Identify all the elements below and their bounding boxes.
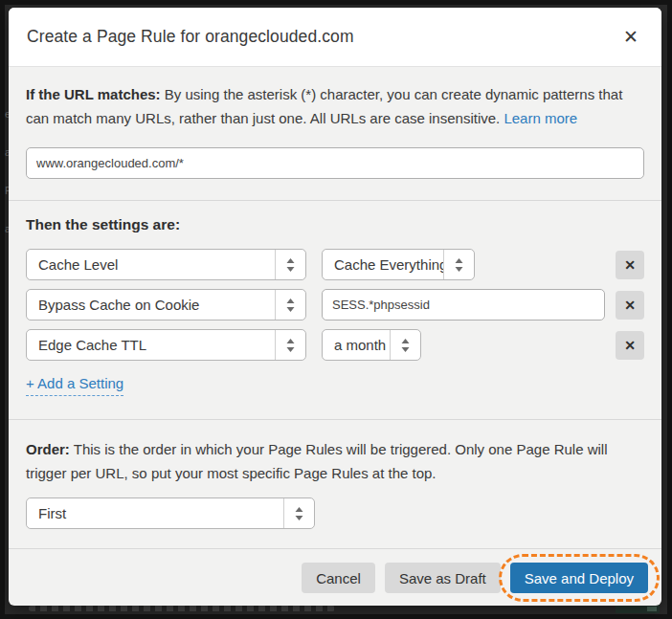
remove-setting-button[interactable]: ✕ (616, 291, 644, 320)
order-select[interactable]: First (26, 497, 315, 529)
select-spinner-icon (443, 250, 474, 279)
setting-row: Edge Cache TTL a month ✕ (26, 329, 644, 361)
add-setting-link[interactable]: + Add a Setting (26, 375, 123, 396)
setting-type-select[interactable]: Edge Cache TTL (26, 329, 306, 361)
setting-value-input[interactable] (322, 289, 605, 321)
order-label: Order: (26, 441, 70, 457)
setting-value-select[interactable]: Cache Everything (322, 249, 475, 280)
settings-section: Then the settings are: Cache Level Cache… (9, 200, 661, 419)
modal-footer: Cancel Save as Draft Save and Deploy (9, 548, 661, 606)
remove-setting-button[interactable]: ✕ (616, 331, 644, 360)
save-and-deploy-button[interactable]: Save and Deploy (510, 563, 648, 593)
close-icon[interactable]: ✕ (619, 24, 642, 50)
modal-header: Create a Page Rule for orangeclouded.com… (9, 8, 661, 67)
setting-row: Cache Level Cache Everything ✕ (26, 249, 644, 280)
select-spinner-icon (283, 498, 314, 528)
select-spinner-icon (390, 330, 420, 360)
url-match-section: If the URL matches: By using the asteris… (9, 67, 661, 200)
url-match-description: If the URL matches: By using the asteris… (26, 82, 644, 130)
setting-type-select[interactable]: Cache Level (26, 249, 306, 280)
background-blurred-text (29, 606, 335, 611)
select-spinner-icon (275, 330, 305, 360)
order-description: Order: This is the order in which your P… (26, 437, 644, 485)
setting-type-select[interactable]: Bypass Cache on Cookie (26, 289, 306, 321)
setting-value-select[interactable]: a month (322, 329, 421, 361)
cancel-button[interactable]: Cancel (302, 563, 375, 593)
url-pattern-input[interactable] (26, 147, 644, 179)
select-spinner-icon (275, 290, 305, 320)
create-page-rule-modal: Create a Page Rule for orangeclouded.com… (9, 8, 661, 606)
save-and-deploy-wrap: Save and Deploy (510, 563, 648, 593)
setting-row: Bypass Cache on Cookie ✕ (26, 289, 644, 321)
save-as-draft-button[interactable]: Save as Draft (385, 563, 501, 593)
learn-more-link[interactable]: Learn more (504, 110, 577, 126)
modal-title: Create a Page Rule for orangeclouded.com (27, 27, 354, 47)
select-spinner-icon (275, 250, 305, 279)
order-section: Order: This is the order in which your P… (9, 419, 661, 548)
background-artifact (616, 605, 660, 613)
url-match-label: If the URL matches: (26, 86, 161, 102)
remove-setting-button[interactable]: ✕ (616, 251, 644, 279)
settings-heading: Then the settings are: (26, 216, 644, 233)
